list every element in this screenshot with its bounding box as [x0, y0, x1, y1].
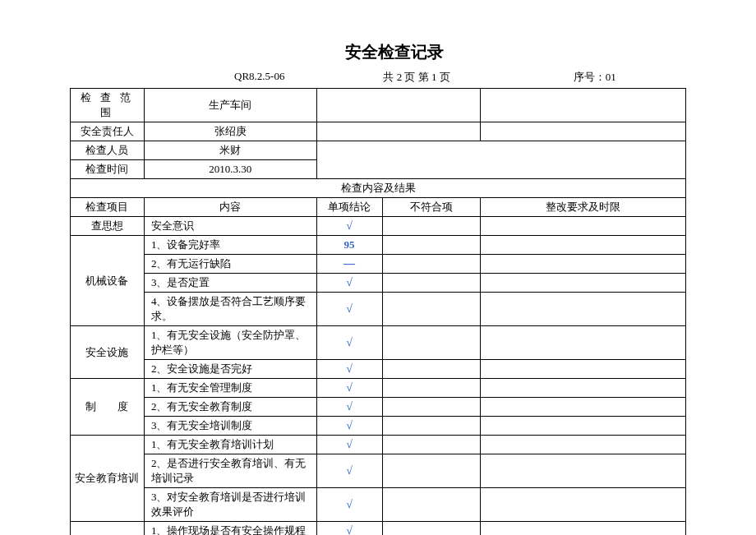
- table-row: 3、有无安全培训制度√: [71, 417, 686, 436]
- nonconform-cell: [382, 454, 481, 488]
- time-value: 2010.3.30: [144, 160, 316, 179]
- column-header-row: 检查项目 内容 单项结论 不符合项 整改要求及时限: [71, 198, 686, 217]
- responsible-value: 张绍庚: [144, 122, 316, 141]
- meta-row: QR8.2.5-06 共 2 页 第 1 页 序号：01: [70, 70, 686, 85]
- nonconform-cell: [382, 398, 481, 417]
- col-nonconform: 不符合项: [382, 198, 481, 217]
- content-cell: 3、对安全教育培训是否进行培训效果评价: [144, 488, 316, 522]
- empty-cell: [316, 89, 481, 122]
- category-cell: 安全教育培训: [71, 436, 145, 522]
- content-cell: 安全意识: [144, 217, 316, 236]
- content-cell: 1、有无安全教育培训计划: [144, 436, 316, 454]
- section-header: 检查内容及结果: [71, 179, 686, 198]
- table-row: 4、设备摆放是否符合工艺顺序要求。√: [71, 293, 686, 326]
- doc-code: QR8.2.5-06: [234, 70, 284, 85]
- corrective-cell: [481, 417, 686, 436]
- table-row: 3、是否定置√: [71, 274, 686, 293]
- corrective-cell: [481, 454, 686, 488]
- col-result: 单项结论: [316, 198, 382, 217]
- col-item: 检查项目: [71, 198, 145, 217]
- table-row: 查思想安全意识√: [71, 217, 686, 236]
- empty-cell: [316, 141, 685, 179]
- result-cell: √: [316, 488, 382, 522]
- content-cell: 1、操作现场是否有安全操作规程: [144, 522, 316, 536]
- scope-value: 生产车间: [144, 89, 316, 122]
- content-cell: 2、是否进行安全教育培训、有无培训记录: [144, 454, 316, 488]
- content-cell: 1、设备完好率: [144, 236, 316, 255]
- table-row: 操 作 行 为1、操作现场是否有安全操作规程√: [71, 522, 686, 536]
- content-cell: 1、有无安全设施（安全防护罩、护栏等）: [144, 326, 316, 360]
- table-row: 2、是否进行安全教育培训、有无培训记录√: [71, 454, 686, 488]
- table-row: 安全教育培训1、有无安全教育培训计划√: [71, 436, 686, 454]
- result-cell: √: [316, 417, 382, 436]
- nonconform-cell: [382, 522, 481, 536]
- content-cell: 1、有无安全管理制度: [144, 379, 316, 398]
- corrective-cell: [481, 236, 686, 255]
- content-cell: 3、是否定置: [144, 274, 316, 293]
- result-cell: √: [316, 398, 382, 417]
- nonconform-cell: [382, 274, 481, 293]
- result-cell: 95: [316, 236, 382, 255]
- nonconform-cell: [382, 326, 481, 360]
- nonconform-cell: [382, 217, 481, 236]
- content-cell: 2、有无运行缺陷: [144, 255, 316, 274]
- col-content: 内容: [144, 198, 316, 217]
- doc-title: 安全检查记录: [103, 41, 686, 63]
- result-cell: √: [316, 360, 382, 379]
- category-cell: 安全设施: [71, 326, 145, 379]
- result-cell: —: [316, 255, 382, 274]
- scope-row: 检 查 范 围 生产车间: [71, 89, 686, 122]
- time-label: 检查时间: [71, 160, 145, 179]
- result-cell: √: [316, 274, 382, 293]
- nonconform-cell: [382, 236, 481, 255]
- empty-cell: [481, 89, 686, 122]
- nonconform-cell: [382, 417, 481, 436]
- scope-label: 检 查 范 围: [71, 89, 145, 122]
- content-cell: 2、有无安全教育制度: [144, 398, 316, 417]
- content-cell: 3、有无安全培训制度: [144, 417, 316, 436]
- result-cell: √: [316, 379, 382, 398]
- table-row: 安全设施1、有无安全设施（安全防护罩、护栏等）√: [71, 326, 686, 360]
- corrective-cell: [481, 274, 686, 293]
- corrective-cell: [481, 379, 686, 398]
- serial-number: 序号：01: [574, 70, 616, 85]
- nonconform-cell: [382, 255, 481, 274]
- corrective-cell: [481, 522, 686, 536]
- nonconform-cell: [382, 379, 481, 398]
- table-row: 3、对安全教育培训是否进行培训效果评价√: [71, 488, 686, 522]
- nonconform-cell: [382, 293, 481, 326]
- category-cell: 操 作 行 为: [71, 522, 145, 536]
- page-info: 共 2 页 第 1 页: [383, 70, 449, 85]
- category-cell: 查思想: [71, 217, 145, 236]
- nonconform-cell: [382, 488, 481, 522]
- corrective-cell: [481, 398, 686, 417]
- result-cell: √: [316, 293, 382, 326]
- table-row: 机械设备1、设备完好率95: [71, 236, 686, 255]
- table-row: 2、有无安全教育制度√: [71, 398, 686, 417]
- responsible-label: 安全责任人: [71, 122, 145, 141]
- inspector-value: 米财: [144, 141, 316, 160]
- responsible-row: 安全责任人 张绍庚: [71, 122, 686, 141]
- inspector-row: 检查人员 米财: [71, 141, 686, 160]
- result-cell: √: [316, 436, 382, 454]
- result-cell: √: [316, 454, 382, 488]
- corrective-cell: [481, 293, 686, 326]
- result-cell: √: [316, 326, 382, 360]
- empty-cell: [316, 122, 481, 141]
- corrective-cell: [481, 326, 686, 360]
- corrective-cell: [481, 217, 686, 236]
- col-corrective: 整改要求及时限: [481, 198, 686, 217]
- corrective-cell: [481, 488, 686, 522]
- corrective-cell: [481, 255, 686, 274]
- empty-cell: [481, 122, 686, 141]
- category-cell: 机械设备: [71, 236, 145, 326]
- nonconform-cell: [382, 360, 481, 379]
- table-row: 制 度1、有无安全管理制度√: [71, 379, 686, 398]
- result-cell: √: [316, 522, 382, 536]
- corrective-cell: [481, 436, 686, 454]
- content-cell: 4、设备摆放是否符合工艺顺序要求。: [144, 293, 316, 326]
- table-row: 2、有无运行缺陷—: [71, 255, 686, 274]
- content-cell: 2、安全设施是否完好: [144, 360, 316, 379]
- table-row: 2、安全设施是否完好√: [71, 360, 686, 379]
- inspector-label: 检查人员: [71, 141, 145, 160]
